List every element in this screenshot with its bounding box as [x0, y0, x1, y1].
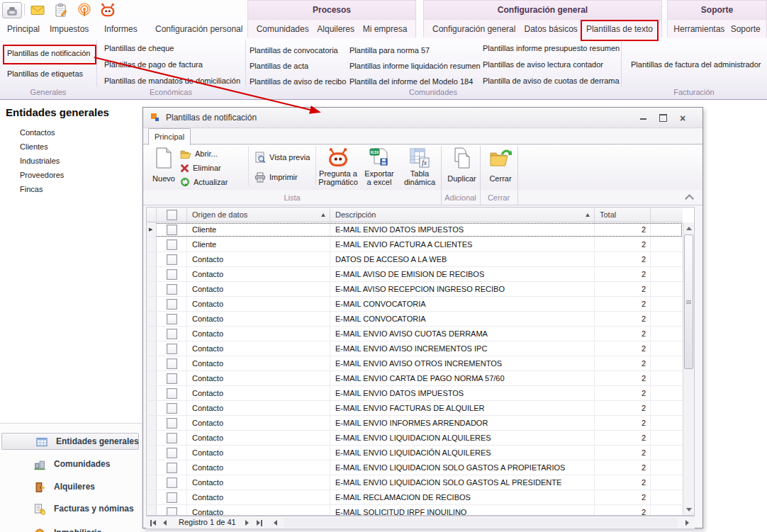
last-record-button[interactable] — [257, 518, 262, 528]
row-checkbox[interactable] — [167, 418, 177, 429]
cell-total[interactable]: 2 — [595, 297, 651, 312]
cell-descripcion[interactable]: E-MAIL ENVIO FACTURAS DE ALQUILER — [330, 401, 595, 416]
cell-descripcion[interactable]: E-MAIL ENVIO DATOS IMPUESTOS — [330, 222, 595, 237]
row-checkbox[interactable] — [167, 433, 177, 443]
scroll-up-icon[interactable] — [683, 222, 694, 234]
menu-item-plantillas-cheque[interactable]: Plantillas de cheque — [104, 43, 174, 53]
table-row[interactable]: Contacto E-MAIL ENVIO LIQUIDACION SOLO G… — [147, 460, 683, 475]
table-row[interactable]: Contacto E-MAIL AVISO DE EMISION DE RECI… — [147, 267, 683, 282]
tab-datos-basicos[interactable]: Datos básicos — [524, 24, 577, 34]
tab-soporte[interactable]: Soporte — [731, 24, 761, 34]
cerrar-button[interactable]: Cerrar — [484, 146, 517, 188]
cell-total[interactable]: 2 — [595, 490, 651, 505]
cell-origen[interactable]: Contacto — [187, 282, 330, 297]
tabla-dinamica-button[interactable]: fx Tabladinámica — [400, 146, 440, 188]
vista-previa-button[interactable]: Vista previa — [254, 151, 310, 164]
cell-total[interactable]: 2 — [595, 356, 651, 371]
cell-descripcion[interactable]: E-MAIL ENVIO LIQUIDACION SOLO GASTOS A P… — [330, 460, 595, 475]
abrir-button[interactable]: Abrir... — [180, 147, 218, 160]
column-header-descripcion[interactable]: Descripción — [330, 208, 595, 222]
table-row[interactable]: Contacto E-MAIL ENVIO FACTURAS DE ALQUIL… — [147, 401, 683, 416]
cell-total[interactable]: 2 — [595, 446, 651, 460]
menu-item-informe-modelo-184[interactable]: Plantilla del informe del Modelo 184 — [349, 77, 473, 86]
tab-configuracion-general[interactable]: Configuración general — [432, 24, 515, 34]
hscroll-right-icon[interactable] — [685, 518, 689, 528]
robot-icon[interactable] — [100, 3, 116, 17]
cell-descripcion[interactable]: E-MAIL ENVIO LIQUIDACION SOLO GASTOS AL … — [330, 475, 595, 490]
table-row[interactable]: Contacto E-MAIL ENVIO AVISO OTROS INCREM… — [147, 356, 683, 371]
cell-origen[interactable]: Contacto — [187, 505, 330, 515]
menu-item-informe-liquidacion-resumen[interactable]: Plantillas informe liquidación resumen — [349, 61, 481, 71]
duplicar-button[interactable]: Duplicar — [444, 146, 479, 188]
cell-origen[interactable]: Contacto — [187, 356, 330, 371]
row-checkbox[interactable] — [167, 284, 177, 295]
sidebar-item[interactable]: Fincas — [0, 182, 142, 196]
table-row[interactable]: Cliente E-MAIL ENVIO FACTURA A CLIENTES … — [147, 237, 683, 252]
table-row[interactable]: Contacto E-MAIL SOLICITUD IRPF INQUILINO… — [147, 505, 683, 515]
broadcast-icon[interactable] — [77, 3, 92, 17]
cell-origen[interactable]: Contacto — [187, 252, 330, 267]
cell-total[interactable]: 2 — [595, 416, 651, 431]
menu-item-plantillas-pago-factura[interactable]: Plantillas de pago de factura — [104, 60, 203, 69]
menu-item-plantilla-norma-57[interactable]: Plantilla para norma 57 — [349, 45, 430, 55]
menu-item-plantillas-aviso-recibo[interactable]: Plantillas de aviso de recibo — [250, 77, 346, 86]
table-row[interactable]: Contacto E-MAIL ENVIO LIQUIDACIÓN ALQUIL… — [147, 446, 683, 460]
scrollbar-thumb[interactable] — [684, 234, 693, 369]
prev-record-button[interactable] — [163, 518, 167, 528]
exportar-excel-button[interactable]: XLSX Exportara excel — [359, 146, 399, 188]
cell-descripcion[interactable]: E-MAIL ENVIO FACTURA A CLIENTES — [330, 237, 595, 252]
cell-origen[interactable]: Contacto — [187, 431, 330, 446]
row-checkbox[interactable] — [167, 329, 177, 339]
dialog-titlebar[interactable]: Plantillas de notificación × — [143, 108, 702, 128]
row-checkbox[interactable] — [167, 492, 177, 503]
cell-total[interactable]: 2 — [595, 312, 651, 327]
column-header-total[interactable]: Total — [595, 208, 651, 222]
cell-descripcion[interactable]: E-MAIL ENVIO CARTA DE PAGO NORMA 57/60 — [330, 371, 595, 386]
cell-total[interactable]: 2 — [595, 386, 651, 401]
actualizar-button[interactable]: Actualizar — [180, 176, 228, 188]
table-row[interactable]: Contacto E-MAIL RECLAMACION DE RECIBOS 2 — [147, 490, 683, 505]
cell-descripcion[interactable]: E-MAIL ENVIO DATOS IMPUESTOS — [330, 386, 595, 401]
cell-descripcion[interactable]: DATOS DE ACCESO A LA WEB — [330, 252, 595, 267]
row-checkbox[interactable] — [167, 299, 177, 310]
cell-origen[interactable]: Contacto — [187, 371, 330, 386]
cell-descripcion[interactable]: E-MAIL AVISO RECEPCION INGRESO RECIBO — [330, 282, 595, 297]
next-record-button[interactable] — [245, 518, 249, 528]
sidebar-item[interactable]: Clientes — [0, 140, 142, 154]
dialog-tab-principal[interactable]: Principal — [148, 128, 191, 145]
cell-origen[interactable]: Cliente — [187, 237, 330, 252]
tab-impuestos[interactable]: Impuestos — [50, 21, 89, 38]
cell-origen[interactable]: Contacto — [187, 327, 330, 341]
menu-item-plantillas-acta[interactable]: Plantillas de acta — [250, 61, 308, 71]
scroll-down-icon[interactable] — [683, 504, 694, 515]
cell-origen[interactable]: Contacto — [187, 490, 330, 505]
close-button[interactable]: × — [675, 113, 690, 123]
eliminar-button[interactable]: Eliminar — [180, 162, 221, 174]
table-row[interactable]: Cliente E-MAIL ENVIO DATOS IMPUESTOS 2 — [147, 222, 683, 237]
restore-button[interactable] — [655, 113, 671, 123]
phone-icon[interactable] — [2, 2, 22, 18]
cell-total[interactable]: 2 — [595, 222, 651, 237]
cell-origen[interactable]: Contacto — [187, 446, 330, 460]
cell-origen[interactable]: Contacto — [187, 386, 330, 401]
row-checkbox[interactable] — [167, 477, 177, 488]
tab-principal[interactable]: Principal — [7, 21, 40, 38]
cell-origen[interactable]: Contacto — [187, 267, 330, 282]
cell-total[interactable]: 2 — [595, 431, 651, 446]
cell-total[interactable]: 2 — [595, 401, 651, 416]
menu-item-factura-administrador[interactable]: Plantillas de factura del administrador — [631, 60, 761, 69]
clipboard-icon[interactable] — [53, 3, 69, 17]
select-all-checkbox[interactable] — [167, 210, 177, 220]
cell-total[interactable]: 2 — [595, 327, 651, 341]
nav-entidades-generales[interactable]: Entidades generales — [1, 433, 139, 450]
row-checkbox[interactable] — [167, 269, 177, 280]
table-row[interactable]: Contacto E-MAIL ENVIO LIQUIDACION ALQUIL… — [147, 431, 683, 446]
row-checkbox[interactable] — [167, 225, 177, 235]
first-record-button[interactable] — [150, 518, 156, 528]
cell-total[interactable]: 2 — [595, 282, 651, 297]
table-row[interactable]: Contacto E-MAIL ENVIO LIQUIDACION SOLO G… — [147, 475, 683, 490]
cell-descripcion[interactable]: E-MAIL ENVIO AVISO OTROS INCREMENTOS — [330, 356, 595, 371]
hscroll-left-icon[interactable] — [274, 518, 277, 528]
row-checkbox[interactable] — [167, 314, 177, 324]
cell-total[interactable]: 2 — [595, 460, 651, 475]
